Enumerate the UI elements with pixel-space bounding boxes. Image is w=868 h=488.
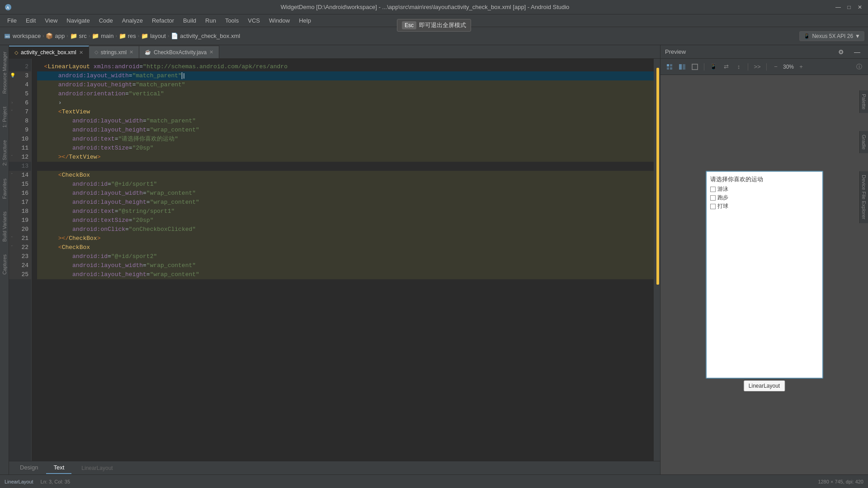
preview-toolbar: 📱 ⇄ ↕ >> − 30% + ⓘ: [660, 59, 868, 75]
preview-canvas: 请选择你喜欢的运动 游泳 跑步 打球 LinearLayout: [660, 75, 868, 474]
menu-view[interactable]: View: [41, 16, 61, 25]
minimize-button[interactable]: —: [835, 4, 842, 11]
phone-frame: 请选择你喜欢的运动 游泳 跑步 打球 LinearLayout: [706, 171, 823, 379]
preview-checkbox-row-1: 游泳: [710, 185, 819, 193]
close-button[interactable]: ✕: [856, 4, 863, 11]
breadcrumb-res[interactable]: 📁 res: [119, 33, 136, 39]
menu-file[interactable]: File: [4, 16, 20, 25]
panel-labels: Resource Manager 1: Project 2: Structure…: [0, 45, 9, 474]
preview-mode-blueprint[interactable]: [689, 61, 700, 72]
code-line-22: <CheckBox: [37, 243, 654, 252]
code-line-13: [37, 162, 654, 171]
panel-favorites[interactable]: Favorites: [1, 177, 8, 201]
preview-checkbox-2: [710, 195, 716, 201]
right-label-palette[interactable]: Palette: [859, 90, 868, 113]
code-editor[interactable]: 2 💡 3 4 5 › 6 ˅ 7 8 9 10 11: [9, 59, 660, 461]
code-line-4: android:layout_height="match_parent": [37, 80, 654, 89]
preview-info-button[interactable]: ⓘ: [854, 61, 864, 72]
menu-analyze[interactable]: Analyze: [118, 16, 146, 25]
linearlayout-tooltip: LinearLayout: [744, 380, 785, 391]
preview-header: Preview ⚙ —: [660, 45, 868, 59]
right-label-gradle[interactable]: Gradle: [859, 131, 868, 153]
breadcrumb-workspace[interactable]: workspace: [13, 33, 41, 39]
code-line-2: <LinearLayout xmlns:android="http://sche…: [37, 62, 654, 71]
device-icon: 📱: [803, 33, 810, 39]
svg-text:WS: WS: [5, 35, 10, 38]
xml-file-icon: ◇: [14, 50, 18, 56]
code-line-5: android:orientation="vertical": [37, 89, 654, 99]
fold-icon-14[interactable]: ˅: [11, 171, 13, 180]
panel-resource-manager[interactable]: Resource Manager: [1, 50, 8, 96]
tab-activity-check-box-xml[interactable]: ◇ activity_check_box.xml ✕: [9, 46, 89, 58]
tab-close-3[interactable]: ✕: [209, 49, 213, 55]
breadcrumb-app[interactable]: 📦 app: [46, 33, 65, 39]
preview-expand[interactable]: >>: [752, 61, 763, 72]
device-selector-area: 📱 Nexus 5X API 26 ▼: [799, 31, 864, 41]
preview-mode-design[interactable]: [664, 61, 675, 72]
breadcrumb-src[interactable]: 📁 src: [70, 33, 87, 39]
menu-code[interactable]: Code: [95, 16, 117, 25]
svg-rect-6: [667, 67, 669, 70]
tab-design[interactable]: Design: [13, 462, 45, 474]
panel-build-variants[interactable]: Build Variants: [1, 210, 8, 244]
menu-help[interactable]: Help: [295, 16, 315, 25]
folder-icon-2: 📁: [92, 33, 99, 39]
window-title: WidgetDemo [D:\Android\workspace] - ...\…: [15, 4, 835, 10]
preview-panel: Preview ⚙ — 📱 ⇄ ↕ >> −: [660, 45, 868, 474]
menu-tools[interactable]: Tools: [222, 16, 242, 25]
tab-strings-xml[interactable]: ◇ strings.xml ✕: [89, 46, 139, 58]
fold-icon-12[interactable]: ˄: [11, 153, 13, 162]
preview-close-button[interactable]: —: [851, 46, 863, 58]
preview-settings-button[interactable]: ⚙: [835, 46, 847, 58]
breadcrumb-file[interactable]: 📄 activity_check_box.xml: [171, 33, 240, 39]
code-line-15: android:id="@+id/sport1": [37, 180, 654, 189]
folder-icon: 📁: [70, 33, 77, 39]
panel-captures[interactable]: Captures: [1, 253, 8, 277]
menu-navigate[interactable]: Navigate: [63, 16, 93, 25]
folder-icon-3: 📁: [119, 33, 126, 39]
tab-close-1[interactable]: ✕: [79, 50, 83, 56]
preview-checkbox-label-2: 跑步: [717, 194, 728, 202]
java-icon: ☕: [145, 49, 151, 55]
fold-icon-21[interactable]: ˄: [11, 234, 13, 243]
svg-rect-9: [683, 64, 685, 70]
zoom-out-button[interactable]: −: [770, 61, 781, 72]
tab-close-2[interactable]: ✕: [129, 49, 133, 55]
menu-refactor[interactable]: Refactor: [148, 16, 178, 25]
preview-mode-split[interactable]: [677, 61, 688, 72]
panel-project[interactable]: 1: Project: [1, 105, 8, 129]
fold-icon-6[interactable]: ›: [11, 99, 13, 108]
code-content[interactable]: <LinearLayout xmlns:android="http://sche…: [32, 59, 654, 461]
menu-vcs[interactable]: VCS: [244, 16, 264, 25]
preview-orientation[interactable]: ⇄: [721, 61, 731, 72]
breadcrumb-main[interactable]: 📁 main: [92, 33, 113, 39]
menu-window[interactable]: Window: [265, 16, 293, 25]
scroll-indicator[interactable]: [654, 59, 660, 461]
breadcrumb-layout[interactable]: 📁 layout: [141, 33, 166, 39]
status-linearlayout: LinearLayout: [81, 465, 113, 471]
panel-structure[interactable]: 2: Structure: [1, 138, 8, 168]
code-line-14: <CheckBox: [37, 171, 654, 180]
zoom-in-button[interactable]: +: [796, 61, 807, 72]
fold-icon-7[interactable]: ˅: [11, 108, 13, 117]
preview-title: Preview: [665, 48, 831, 55]
menu-run[interactable]: Run: [202, 16, 220, 25]
preview-device-phone[interactable]: 📱: [708, 61, 719, 72]
preview-resize[interactable]: ↕: [733, 61, 744, 72]
code-line-23: android:id="@+id/sport2": [37, 252, 654, 261]
line-numbers: 2 💡 3 4 5 › 6 ˅ 7 8 9 10 11: [9, 59, 32, 461]
tab-text[interactable]: Text: [46, 462, 71, 474]
svg-rect-4: [667, 64, 669, 66]
warning-icon: 💡: [10, 71, 15, 80]
device-selector[interactable]: 📱 Nexus 5X API 26 ▼: [799, 31, 864, 41]
status-bar: LinearLayout Ln: 3, Col: 35 1280 × 745, …: [0, 474, 868, 488]
fold-icon-22[interactable]: ˅: [11, 243, 13, 252]
menu-edit[interactable]: Edit: [22, 16, 39, 25]
title-bar: A WidgetDemo [D:\Android\workspace] - ..…: [0, 0, 868, 14]
maximize-button[interactable]: □: [845, 4, 853, 11]
right-label-device-file-explorer[interactable]: Device File Explorer: [859, 171, 868, 223]
preview-checkbox-row-2: 跑步: [710, 194, 819, 202]
menu-build[interactable]: Build: [179, 16, 200, 25]
tab-checkboxactivity-java[interactable]: ☕ CheckBoxActivity.java ✕: [139, 46, 219, 58]
esc-tooltip: Esc 即可退出全屏模式: [397, 19, 471, 32]
